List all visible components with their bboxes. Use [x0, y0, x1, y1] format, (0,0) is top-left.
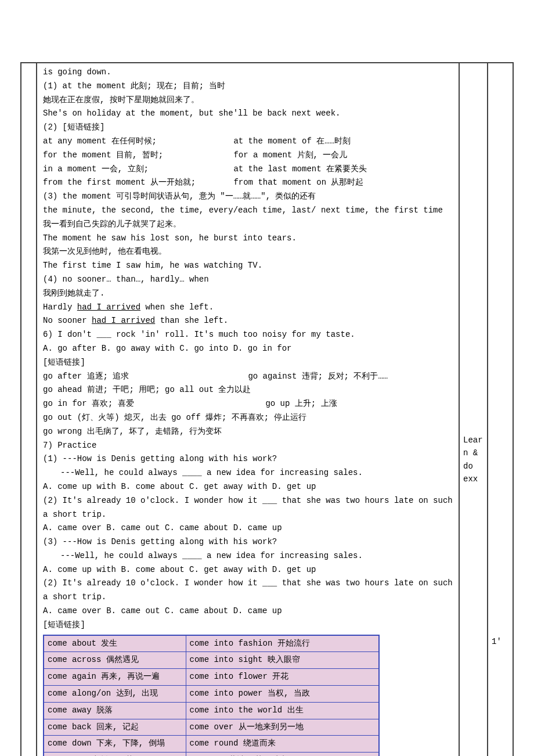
text-line: No sooner had I arrived than she left. — [43, 314, 453, 328]
text-line: The moment he saw his lost son, he burst… — [43, 232, 453, 246]
phrase-right: at the moment of 在……时刻 — [233, 135, 351, 149]
question-line: (3) ---How is Denis getting along with h… — [43, 535, 453, 549]
underline-text: had I arrived — [92, 316, 155, 325]
phrase-row: from the first moment 从一开始就; from that m… — [43, 176, 453, 190]
phrase-left: at any moment 在任何时候; — [43, 135, 229, 149]
text-line: 她现在正在度假, 按时下星期她就回来了。 — [43, 93, 453, 107]
phrase-right: from that moment on 从那时起 — [233, 176, 363, 190]
note-line: n & — [463, 448, 478, 458]
phrase-cell: come down 下来, 下降, 倒塌 — [44, 736, 186, 753]
note-line: exx — [463, 474, 478, 484]
tbl-col-left — [21, 63, 37, 756]
question-line: (2) It's already 10 o'clock. I wonder ho… — [43, 494, 453, 522]
table-row: come along/on 达到, 出现come into power 当权, … — [44, 686, 379, 703]
text-line: (3) the moment 可引导时间状语从句, 意为 "一……就……", 类… — [43, 190, 453, 204]
phrase-row: for the moment 目前, 暂时; for a moment 片刻, … — [43, 149, 453, 163]
answer-options: A. come up with B. come about C. get awa… — [43, 480, 453, 494]
text-span: than she left. — [155, 316, 228, 325]
phrase-row: in a moment 一会, 立刻; at the last moment 在… — [43, 163, 453, 177]
phrase-left: in a moment 一会, 立刻; — [43, 163, 229, 177]
phrase-cell: come into fashion 开始流行 — [186, 635, 379, 652]
question-line: ---Well, he could always ____ a new idea… — [43, 466, 453, 480]
table-row: come across 偶然遇见come into sight 映入眼帘 — [44, 652, 379, 669]
text-line: 我一看到自己失踪的儿子就哭了起来。 — [43, 218, 453, 232]
text-span: No sooner — [43, 316, 92, 325]
answer-options: A. come up with B. come about C. get awa… — [43, 563, 453, 577]
phrase-cell: come over 从一地来到另一地 — [186, 719, 379, 736]
text-line: 我刚到她就走了. — [43, 287, 453, 301]
phrase-row: at any moment 在任何时候; at the moment of 在…… — [43, 135, 453, 149]
note-line: Lear — [463, 435, 483, 445]
phrase-cell: come into flower 开花 — [186, 669, 379, 686]
lesson-table: is going down. (1) at the moment 此刻; 现在;… — [20, 62, 514, 756]
phrase-cell: come into sight 映入眼帘 — [186, 652, 379, 669]
text-line: 我第一次见到他时, 他在看电视。 — [43, 245, 453, 259]
text-line: Hardly had I arrived when she left. — [43, 301, 453, 315]
note-line: do — [463, 462, 473, 471]
text-line: (1) at the moment 此刻; 现在; 目前; 当时 — [43, 80, 453, 93]
phrase-cell: come about 发生 — [44, 635, 186, 652]
phrase-row: go after 追逐; 追求 go against 违背; 反对; 不利于…… — [43, 370, 453, 384]
margin-note: Lear n & do exx — [463, 434, 483, 486]
phrase-row: go in for 喜欢; 喜爱 go up 上升; 上涨 — [43, 397, 453, 411]
table-row: come away 脱落come into the world 出生 — [44, 702, 379, 719]
phrase-cell: come across 偶然遇见 — [44, 652, 186, 669]
text-line: the minute, the second, the time, every/… — [43, 204, 453, 218]
margin-note: 1' — [492, 635, 501, 648]
text-span: Hardly — [43, 303, 77, 312]
question-line: (1) ---How is Denis getting along with h… — [43, 452, 453, 466]
phrase-cell: come out 出版, 开花 — [44, 753, 186, 756]
phrase-cell: come to 共计, 苏醒过来 — [186, 753, 379, 756]
table-row: come down 下来, 下降, 倒塌come round 绕道而来 — [44, 736, 379, 753]
phrase-left: go in for 喜欢; 喜爱 — [43, 397, 261, 411]
phrase-right: go up 上升; 上涨 — [265, 397, 337, 411]
tbl-col-note1: Lear n & do exx — [460, 63, 488, 756]
phrase-left: for the moment 目前, 暂时; — [43, 149, 229, 163]
table-row: come about 发生come into fashion 开始流行 — [44, 635, 379, 652]
tbl-col-main: is going down. (1) at the moment 此刻; 现在;… — [37, 63, 460, 756]
text-line: 6) I don't ___ rock 'in' roll. It's much… — [43, 328, 453, 342]
table-row: come again 再来, 再说一遍come into flower 开花 — [44, 669, 379, 686]
phrase-row: go wrong 出毛病了, 坏了, 走错路, 行为变坏 — [43, 425, 453, 439]
phrase-cell: come away 脱落 — [44, 702, 186, 719]
phrase-cell: come into power 当权, 当政 — [186, 686, 379, 703]
phrase-row: go out (灯、火等) 熄灭, 出去 go off 爆炸; 不再喜欢; 停止… — [43, 411, 453, 425]
text-line: is going down. — [43, 66, 453, 80]
tbl-col-note2: 1' — [488, 63, 513, 756]
answer-options: A. came over B. came out C. came about D… — [43, 604, 453, 618]
phrase-cell: come again 再来, 再说一遍 — [44, 669, 186, 686]
underline-text: had I arrived — [77, 303, 140, 312]
question-line: ---Well, he could always ____ a new idea… — [43, 549, 453, 563]
text-line: (2) [短语链接] — [43, 121, 453, 135]
phrase-cell: come back 回来, 记起 — [44, 719, 186, 736]
phrase-cell: come into the world 出生 — [186, 702, 379, 719]
phrase-right: go against 违背; 反对; 不利于…… — [248, 370, 388, 384]
text-line: She's on holiday at the moment, but she'… — [43, 107, 453, 121]
phrase-cell: come along/on 达到, 出现 — [44, 686, 186, 703]
text-line: A. go after B. go away with C. go into D… — [43, 342, 453, 356]
phrase-cell: come round 绕道而来 — [186, 736, 379, 753]
phrase-link-label: [短语链接] — [43, 618, 453, 632]
phrase-right: for a moment 片刻, 一会儿 — [233, 149, 347, 163]
phrase-row: go ahead 前进; 干吧; 用吧; go all out 全力以赴 — [43, 383, 453, 397]
practice-heading: 7) Practice — [43, 439, 453, 453]
phrase-left: from the first moment 从一开始就; — [43, 176, 229, 190]
text-line: (4) no sooner… than…, hardly… when — [43, 273, 453, 287]
text-line: The first time I saw him, he was watchin… — [43, 259, 453, 273]
phrase-left: go after 追逐; 追求 — [43, 370, 243, 384]
answer-options: A. came over B. came out C. came about D… — [43, 521, 453, 535]
table-row: come back 回来, 记起come over 从一地来到另一地 — [44, 719, 379, 736]
come-phrase-table: come about 发生come into fashion 开始流行come … — [43, 635, 380, 756]
text-line: [短语链接] — [43, 356, 453, 370]
question-line: (2) It's already 10 o'clock. I wonder ho… — [43, 577, 453, 604]
phrase-right: at the last moment 在紧要关头 — [233, 163, 367, 177]
text-span: when she left. — [140, 303, 214, 312]
table-row: come out 出版, 开花come to 共计, 苏醒过来 — [44, 753, 379, 756]
